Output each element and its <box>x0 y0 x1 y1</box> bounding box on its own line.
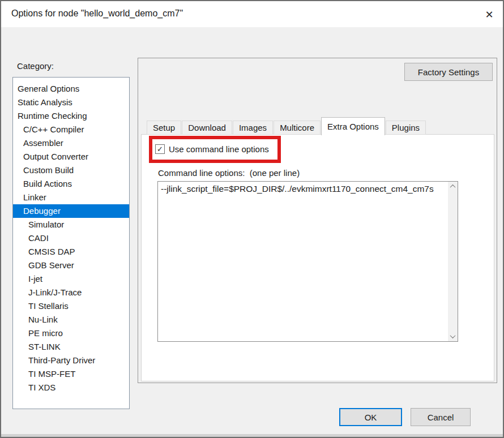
category-item-cmsis-dap[interactable]: CMSIS DAP <box>13 245 129 259</box>
category-item-j-link-j-trace[interactable]: J-Link/J-Trace <box>13 286 129 299</box>
category-item-build-actions[interactable]: Build Actions <box>13 177 129 191</box>
cancel-button[interactable]: Cancel <box>411 408 471 426</box>
tab-download[interactable]: Download <box>182 121 232 135</box>
category-item-pe-micro[interactable]: PE micro <box>13 327 129 340</box>
cmdline-options-label: Command line options: (one per line) <box>158 168 300 178</box>
category-item-st-link[interactable]: ST-LINK <box>13 340 129 354</box>
category-item-custom-build[interactable]: Custom Build <box>13 164 129 177</box>
close-button[interactable]: ✕ <box>481 7 497 23</box>
factory-settings-button[interactable]: Factory Settings <box>404 63 493 81</box>
dialog-title: Options for node "hello_world_demo_cm7" <box>11 8 183 19</box>
category-item-gdb-server[interactable]: GDB Server <box>13 259 129 272</box>
title-bar: Options for node "hello_world_demo_cm7" … <box>1 1 503 27</box>
use-cmdline-label: Use command line options <box>169 144 269 154</box>
category-item-c-c-compiler[interactable]: C/C++ Compiler <box>13 123 129 136</box>
category-item-linker[interactable]: Linker <box>13 191 129 204</box>
category-item-debugger[interactable]: Debugger <box>13 204 129 218</box>
category-item-static-analysis[interactable]: Static Analysis <box>13 96 129 109</box>
chevron-down-icon <box>450 333 456 338</box>
cmdline-options-text: --jlink_script_file=$PROJ_DIR$/../evkmim… <box>161 184 447 194</box>
use-cmdline-checkbox[interactable]: ✓ <box>155 144 165 154</box>
category-item-runtime-checking[interactable]: Runtime Checking <box>13 109 129 123</box>
category-item-assembler[interactable]: Assembler <box>13 136 129 150</box>
check-icon: ✓ <box>157 145 163 153</box>
category-item-output-converter[interactable]: Output Converter <box>13 150 129 164</box>
scroll-down-button[interactable] <box>448 332 458 341</box>
category-list[interactable]: General OptionsStatic AnalysisRuntime Ch… <box>12 77 130 409</box>
category-item-ti-xds[interactable]: TI XDS <box>13 381 129 394</box>
cmdline-options-textarea[interactable]: --jlink_script_file=$PROJ_DIR$/../evkmim… <box>157 181 458 342</box>
category-item-ti-stellaris[interactable]: TI Stellaris <box>13 299 129 313</box>
options-dialog: Options for node "hello_world_demo_cm7" … <box>0 0 504 438</box>
category-item-ti-msp-fet[interactable]: TI MSP-FET <box>13 367 129 381</box>
category-item-third-party-driver[interactable]: Third-Party Driver <box>13 354 129 367</box>
dialog-bottom-edge <box>1 434 503 437</box>
tab-plugins[interactable]: Plugins <box>386 121 426 135</box>
category-item-general-options[interactable]: General Options <box>13 82 129 96</box>
vertical-scrollbar[interactable] <box>448 182 458 341</box>
category-label: Category: <box>17 61 54 71</box>
tab-bar: SetupDownloadImagesMulticoreExtra Option… <box>147 117 426 135</box>
scroll-up-button[interactable] <box>448 182 458 191</box>
close-icon: ✕ <box>485 8 493 21</box>
tab-extra-options[interactable]: Extra Options <box>321 117 385 135</box>
tab-multicore[interactable]: Multicore <box>274 121 321 135</box>
category-item-simulator[interactable]: Simulator <box>13 218 129 231</box>
category-item-cadi[interactable]: CADI <box>13 231 129 245</box>
ok-button[interactable]: OK <box>339 408 402 426</box>
category-item-i-jet[interactable]: I-jet <box>13 272 129 286</box>
use-cmdline-row: ✓ Use command line options <box>155 143 269 154</box>
tab-images[interactable]: Images <box>233 121 273 135</box>
chevron-up-icon <box>450 184 456 190</box>
tab-setup[interactable]: Setup <box>147 121 181 135</box>
category-item-nu-link[interactable]: Nu-Link <box>13 313 129 327</box>
